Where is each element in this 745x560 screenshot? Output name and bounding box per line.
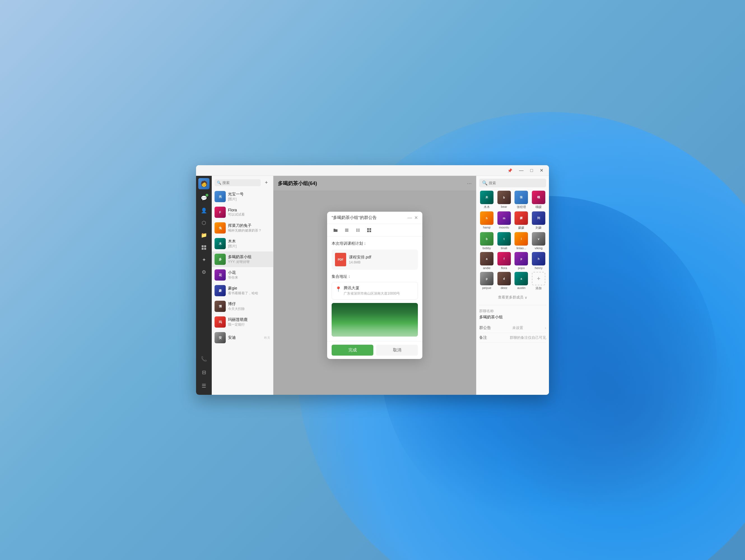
file-attachment[interactable]: PDF 课程安排.pdf 14.6MB <box>332 250 418 270</box>
chat-avatar: 光 <box>215 191 226 202</box>
chat-avatar: 花 <box>215 269 226 281</box>
mini-programs-icon <box>201 245 207 250</box>
sidebar-item-qr[interactable]: ⊟ <box>198 367 209 378</box>
add-button[interactable]: + <box>262 178 270 187</box>
member-item-flora[interactable]: f flora <box>496 252 512 270</box>
address-title: 集合地址： <box>332 274 418 279</box>
member-item-viking[interactable]: v viking <box>531 232 546 250</box>
svg-rect-1 <box>204 245 206 247</box>
member-name: austin <box>514 286 529 290</box>
member-avatar: 木 <box>480 191 493 204</box>
chat-list-panel: 🔍 + 光 光宝一号 [图片] F Flora 可以试试看 兔 挥菜刀的兔子 喝… <box>212 176 273 395</box>
pin-icon[interactable]: 📌 <box>508 168 512 173</box>
chat-name: 小花 <box>228 270 270 275</box>
chat-item-duonai[interactable]: 多 多喝奶茶小组 YYY: 好呀好呀 <box>212 252 273 267</box>
user-avatar[interactable]: 🧑 <box>198 178 209 189</box>
sidebar-item-contacts[interactable]: 👤 <box>198 205 209 216</box>
member-avatar: a <box>480 252 493 265</box>
chat-item-huicaidao[interactable]: 兔 挥菜刀的兔子 喝杯无糖的健康奶茶？ <box>212 220 273 236</box>
maximize-button[interactable]: □ <box>528 167 535 174</box>
dialog-header: "多喝奶茶小组"的群公告 — ✕ <box>327 212 422 224</box>
member-item-哦嗳[interactable]: 哦 哦嗳 <box>531 191 546 209</box>
right-search-input[interactable] <box>489 181 536 185</box>
chat-item-haoge[interactable]: 豪 豪gie 看书看睡着了，哈哈 <box>212 283 273 298</box>
unread-badge <box>205 194 208 197</box>
chat-info: 光宝一号 [图片] <box>228 192 270 202</box>
chat-item-andi[interactable]: 安 安迪 昨天 <box>212 330 273 345</box>
sidebar-item-phone[interactable]: 📞 <box>198 353 209 365</box>
tool-list2-button[interactable] <box>354 226 362 234</box>
chat-name: 博仔 <box>228 302 270 306</box>
sidebar-item-settings[interactable]: ⚙ <box>198 267 209 278</box>
chat-info: 挥菜刀的兔子 喝杯无糖的健康奶茶？ <box>228 223 270 233</box>
chat-info: 博仔 今天大扫除 <box>228 302 270 311</box>
sidebar-item-files[interactable]: 📁 <box>198 230 209 241</box>
tool-grid-button[interactable] <box>365 226 373 234</box>
chat-item-xiaohua[interactable]: 花 小花 等你来 <box>212 267 273 283</box>
dialog-close-button[interactable]: ✕ <box>414 215 418 220</box>
chat-info: 多喝奶茶小组 YYY: 好呀好呀 <box>228 255 270 264</box>
member-item-austin[interactable]: a austin <box>514 272 529 290</box>
minimize-button[interactable]: — <box>517 167 526 174</box>
member-item-andie[interactable]: a andie <box>479 252 494 270</box>
chat-item-bozi[interactable]: 博 博仔 今天大扫除 <box>212 298 273 314</box>
member-item-moonlu[interactable]: m moonlu <box>496 211 512 230</box>
sidebar-item-discovery[interactable]: ⬡ <box>198 217 209 229</box>
search-input[interactable] <box>222 180 259 185</box>
member-item-张经理[interactable]: 张 张经理 <box>514 191 529 209</box>
sidebar-item-menu[interactable]: ☰ <box>198 380 209 391</box>
svg-rect-5 <box>345 230 348 230</box>
address-section: 集合地址： 📍 腾讯大厦 广东省深圳市南山区深南大道10000号 <box>332 274 418 300</box>
dialog-minimize-button[interactable]: — <box>408 215 412 220</box>
member-item-tinali[interactable]: t tinali <box>496 232 512 250</box>
show-more-members[interactable]: 查看更多群成员 ∨ <box>479 293 546 302</box>
close-button[interactable]: ✕ <box>538 167 546 174</box>
member-item-媛媛[interactable]: 媛 媛媛 <box>514 211 529 230</box>
confirm-button[interactable]: 完成 <box>332 345 373 356</box>
dialog-overlay: "多喝奶茶小组"的群公告 — ✕ <box>273 176 476 395</box>
sidebar-item-chat[interactable]: 💬 <box>198 193 209 204</box>
title-bar-controls: 📌 — □ ✕ <box>508 167 546 174</box>
address-card[interactable]: 📍 腾讯大厦 广东省深圳市南山区深南大道10000号 <box>332 282 418 300</box>
chat-item-malian[interactable]: 玛 玛丽莲萌鹿 我一定能行 <box>212 314 273 330</box>
right-search-wrap[interactable]: 🔍 <box>479 178 546 187</box>
member-name: 刘豪 <box>531 226 546 230</box>
member-item-bear[interactable]: b bear <box>496 191 512 209</box>
member-item-deez[interactable]: d deez <box>496 272 512 290</box>
member-name: 木木 <box>479 205 494 209</box>
member-add-button[interactable]: + 添加 <box>531 272 546 290</box>
member-item-bobby[interactable]: b bobby <box>479 232 494 250</box>
chat-preview: 喝杯无糖的健康奶茶？ <box>228 228 270 233</box>
note-row: 备注 群聊的备注仅自己可见 <box>479 333 546 343</box>
member-item-linlao...[interactable]: l linlao... <box>514 232 529 250</box>
tool-folder-button[interactable] <box>332 226 339 234</box>
member-item-hanqi[interactable]: h hanqi <box>479 211 494 230</box>
sidebar-item-favorites[interactable]: ✦ <box>198 254 209 265</box>
member-avatar: a <box>515 272 528 285</box>
member-avatar: p <box>480 272 493 285</box>
chat-name: 木木 <box>228 239 270 244</box>
announcement-row[interactable]: 群公告 未设置 › <box>479 323 546 333</box>
dialog-section1-title: 本次培训课程计划： <box>332 241 418 246</box>
discovery-icon: ⬡ <box>202 220 206 226</box>
announcement-value: 未设置 <box>512 325 523 330</box>
cancel-button[interactable]: 取消 <box>376 345 418 356</box>
member-item-木木[interactable]: 木 木木 <box>479 191 494 209</box>
tool-list1-button[interactable] <box>343 226 351 234</box>
phone-icon: 📞 <box>201 356 207 362</box>
chat-item-guangbao[interactable]: 光 光宝一号 [图片] <box>212 189 273 204</box>
chat-item-flora[interactable]: F Flora 可以试试看 <box>212 204 273 220</box>
app-body: 🧑 💬 👤 ⬡ 📁 ✦ ⚙ <box>196 176 549 395</box>
settings-icon: ⚙ <box>202 269 206 275</box>
sidebar-item-mini[interactable] <box>198 242 209 253</box>
chat-time: 昨天 <box>264 336 270 340</box>
member-item-popo[interactable]: p popo <box>514 252 529 270</box>
address-name: 腾讯大厦 <box>344 286 400 291</box>
search-wrap[interactable]: 🔍 <box>215 179 261 186</box>
member-item-刘豪[interactable]: 刘 刘豪 <box>531 211 546 230</box>
member-item-henry[interactable]: h henry <box>531 252 546 270</box>
sidebar-bottom: 📞 ⊟ ☰ <box>198 353 209 393</box>
member-item-peiyue[interactable]: p peiyue <box>479 272 494 290</box>
dialog-image: ✿ 微信 <box>332 303 418 336</box>
chat-item-mumu[interactable]: 木 木木 [图片] <box>212 236 273 252</box>
